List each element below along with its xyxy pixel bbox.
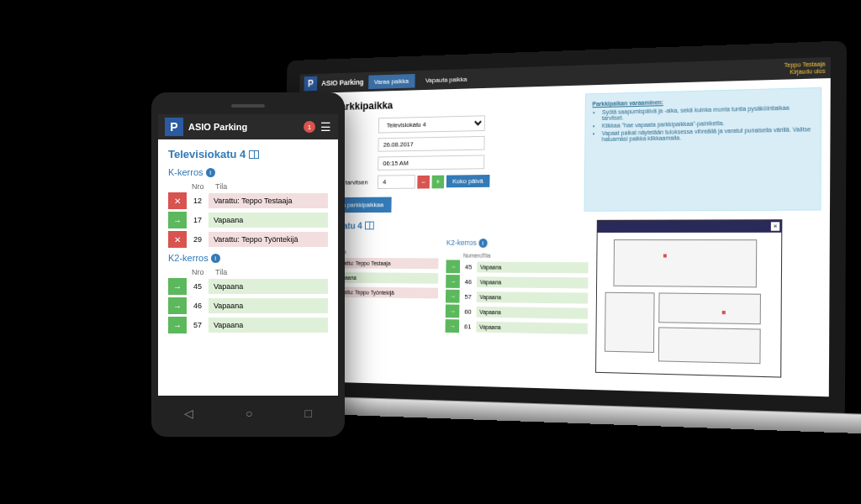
- time-input[interactable]: [378, 155, 484, 170]
- spot-status: Varattu: Teppo Työntekijä: [333, 286, 438, 298]
- spot-status: Vapaana: [209, 279, 328, 294]
- user-block[interactable]: Teppo Testaaja Kirjaudu ulos: [784, 60, 826, 76]
- results-col-k2: K2-kerros i NumeroTila →45Vapaana→46Vapa…: [445, 220, 589, 373]
- spot-status: Vapaana: [477, 261, 588, 273]
- spot-number: 61: [459, 323, 476, 330]
- logo-icon: P: [304, 76, 318, 92]
- info-icon[interactable]: i: [211, 254, 220, 263]
- parking-row[interactable]: →57Vapaana: [446, 290, 588, 305]
- spot-number: 57: [459, 292, 476, 300]
- spot-number: 17: [187, 216, 209, 224]
- spot-status: Varattu: Teppo Testaaja: [333, 257, 438, 268]
- parking-row[interactable]: →46Vapaana: [446, 275, 588, 289]
- app-header: P ASIO Parking 1 ☰: [158, 114, 338, 139]
- spot-status: Vapaana: [477, 306, 589, 318]
- nav-recent-icon[interactable]: □: [305, 407, 312, 420]
- phone-mockup: P ASIO Parking 1 ☰ Televisiokatu 4 K-ker…: [151, 92, 345, 437]
- spot-status: Vapaana: [209, 298, 328, 313]
- spot-status: Vapaana: [333, 272, 438, 284]
- floor-k-title: K-kerros i: [168, 167, 328, 177]
- spot-status: Vapaana: [476, 321, 588, 333]
- hours-minus-button[interactable]: −: [417, 175, 430, 188]
- spot-number: 29: [187, 235, 209, 244]
- reserve-icon[interactable]: →: [446, 260, 460, 273]
- reserve-icon[interactable]: →: [446, 304, 460, 318]
- tab-reserve[interactable]: Varaa paikka: [368, 74, 415, 89]
- close-icon[interactable]: ×: [771, 222, 779, 230]
- phone-nav-bar: ◁ ○ □: [158, 401, 338, 426]
- laptop-mockup: P ASIO Parking Varaa paikka Vapauta paik…: [282, 40, 847, 433]
- brand-name: ASIO Parking: [188, 122, 298, 132]
- phone-body: Televisiokatu 4 K-kerros i NroTila ✕12Va…: [158, 139, 338, 344]
- phone-app: P ASIO Parking 1 ☰ Televisiokatu 4 K-ker…: [158, 114, 338, 396]
- spot-number: 60: [459, 307, 476, 315]
- reserve-icon[interactable]: →: [445, 319, 459, 333]
- form-section: Varaa parkkipaikka Paikka Televisiokatu …: [298, 78, 831, 221]
- table-header: NroTila: [168, 266, 328, 278]
- hours-plus-button[interactable]: +: [432, 175, 445, 188]
- table-header: NumeroTila: [446, 251, 589, 261]
- parking-row[interactable]: →45Vapaana: [446, 260, 588, 274]
- floorplan-popup[interactable]: ×: [595, 219, 782, 377]
- floor-k2-title: K2-kerros i: [446, 239, 589, 248]
- location-select[interactable]: Televisiokatu 4: [378, 115, 485, 133]
- notification-badge[interactable]: 1: [304, 121, 315, 133]
- info-box: Parkkipaikan varaaminen: Syötä saapumisp…: [584, 87, 822, 212]
- location-text: Televisiokatu 4: [168, 148, 246, 160]
- map-icon[interactable]: [249, 150, 259, 159]
- parking-row[interactable]: →61Vapaana: [445, 319, 587, 335]
- cancel-icon[interactable]: ✕: [168, 231, 187, 248]
- parking-row[interactable]: →57Vapaana: [168, 317, 328, 333]
- logo-icon: P: [165, 118, 183, 136]
- whole-day-button[interactable]: Koko päivä: [446, 175, 489, 187]
- cancel-icon[interactable]: ✕: [168, 192, 187, 209]
- laptop-app: P ASIO Parking Varaa paikka Vapauta paik…: [295, 57, 831, 396]
- parking-row[interactable]: →45Vapaana: [168, 278, 328, 295]
- popup-header: ×: [598, 220, 782, 233]
- reserve-icon[interactable]: →: [168, 278, 187, 295]
- info-item: Vapaat paikat näytetään tuloksessa vihre…: [602, 126, 814, 142]
- reserve-icon[interactable]: →: [168, 212, 187, 228]
- parking-row[interactable]: →17Vapaana: [168, 212, 328, 228]
- date-input[interactable]: [378, 136, 485, 152]
- info-icon[interactable]: i: [478, 239, 487, 248]
- floorplan-image[interactable]: [596, 233, 781, 377]
- nav-home-icon[interactable]: ○: [246, 407, 252, 420]
- brand-name: ASIO Parking: [321, 78, 363, 87]
- menu-icon[interactable]: ☰: [320, 120, 331, 134]
- form-area: Varaa parkkipaikka Paikka Televisiokatu …: [305, 94, 578, 213]
- spot-status: Vapaana: [477, 276, 589, 288]
- reserve-icon[interactable]: →: [168, 317, 187, 333]
- spot-number: 45: [460, 263, 477, 270]
- reserve-icon[interactable]: →: [168, 297, 187, 314]
- parking-row[interactable]: →46Vapaana: [168, 297, 328, 314]
- spot-number: 12: [187, 197, 209, 205]
- parking-row[interactable]: →60Vapaana: [446, 304, 588, 319]
- spot-status: Vapaana: [477, 291, 589, 304]
- reserve-icon[interactable]: →: [446, 290, 460, 303]
- info-icon[interactable]: i: [206, 168, 215, 177]
- page-title: Varaa parkkipaikka: [307, 94, 578, 113]
- map-icon[interactable]: [365, 222, 374, 230]
- spot-status: Varattu: Teppo Työntekijä: [209, 232, 328, 247]
- spot-status: Vapaana: [209, 213, 328, 228]
- parking-row[interactable]: ✕29Varattu: Teppo Työntekijä: [168, 231, 328, 248]
- spot-status: Vapaana: [209, 318, 328, 333]
- location-title: Televisiokatu 4: [168, 148, 328, 160]
- logout-link[interactable]: Kirjaudu ulos: [784, 68, 826, 76]
- laptop-screen: P ASIO Parking Varaa paikka Vapauta paik…: [282, 40, 847, 413]
- tab-release[interactable]: Vapauta paikka: [419, 71, 473, 87]
- parking-row[interactable]: ✕12Varattu: Teppo Testaaja: [168, 192, 328, 209]
- spot-number: 46: [460, 278, 477, 286]
- table-header: NroTila: [168, 181, 328, 192]
- nav-back-icon[interactable]: ◁: [184, 407, 193, 420]
- reserve-icon[interactable]: →: [446, 275, 460, 288]
- hours-input[interactable]: [378, 175, 415, 189]
- spot-number: 46: [187, 302, 209, 310]
- results-section: Televisiokatu 4 K-kerros i NumeroTila ✕1…: [295, 219, 830, 379]
- spot-status: Varattu: Teppo Testaaja: [209, 193, 328, 208]
- phone-speaker: [231, 104, 265, 108]
- spot-number: 57: [187, 321, 209, 329]
- spot-number: 45: [187, 282, 209, 291]
- floor-k2-title: K2-kerros i: [168, 253, 328, 263]
